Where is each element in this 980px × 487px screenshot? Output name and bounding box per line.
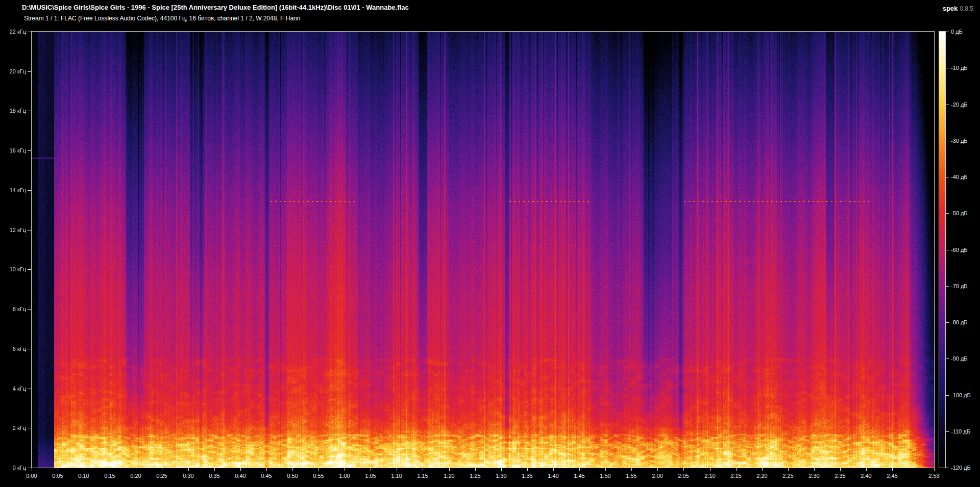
db-tick-label: -20 дБ (951, 101, 968, 108)
time-tick-label: 1:30 (490, 472, 512, 479)
time-tick (501, 468, 502, 471)
freq-tick-label: 0 кГц (0, 464, 26, 471)
spek-window: D:\MUSIC\Spice Girls\Spice Girls - 1996 … (0, 0, 980, 487)
time-tick-label: 2:30 (803, 472, 825, 479)
time-tick-label: 1:25 (464, 472, 486, 479)
time-tick (579, 468, 580, 471)
freq-tick (28, 309, 31, 310)
freq-tick-label: 16 кГц (0, 147, 26, 154)
db-tick (946, 358, 949, 359)
time-tick-label: 2:25 (777, 472, 799, 479)
time-tick (345, 468, 345, 471)
time-tick (710, 468, 710, 471)
freq-tick-label: 18 кГц (0, 107, 26, 114)
time-tick (683, 468, 684, 471)
time-tick-label: 2:20 (751, 472, 773, 479)
app-version: 0.8.5 (960, 5, 973, 12)
time-tick (58, 468, 58, 471)
time-tick (266, 468, 267, 471)
db-tick (946, 395, 949, 396)
db-tick-label: -30 дБ (951, 137, 968, 144)
time-tick (110, 468, 110, 471)
db-tick (946, 141, 949, 141)
time-tick (84, 468, 84, 471)
freq-tick (28, 349, 31, 349)
time-tick-label: 0:20 (125, 472, 147, 479)
time-tick (32, 468, 32, 471)
freq-tick-label: 2 кГц (0, 424, 26, 431)
time-tick (631, 468, 632, 471)
freq-tick (28, 32, 31, 32)
time-tick (762, 468, 763, 471)
freq-tick (28, 71, 31, 72)
db-tick (946, 431, 949, 432)
freq-tick (28, 468, 31, 468)
spectrogram-canvas (32, 32, 934, 468)
freq-tick-label: 4 кГц (0, 385, 26, 392)
time-tick-label: 2:40 (855, 472, 877, 479)
db-colorbar-border (939, 31, 946, 468)
time-tick (934, 468, 935, 471)
time-tick (475, 468, 476, 471)
stream-info: Stream 1 / 1: FLAC (Free Lossless Audio … (24, 15, 300, 22)
time-tick-label: 0:05 (46, 472, 69, 479)
db-tick-label: 0 дБ (951, 28, 963, 35)
time-tick-label: 2:45 (881, 472, 903, 479)
db-tick-label: -60 дБ (951, 246, 968, 253)
time-tick-label: 1:40 (542, 472, 565, 479)
db-tick (946, 250, 949, 250)
time-tick-label: 0:50 (281, 472, 304, 479)
time-tick-label: 2:00 (646, 472, 669, 479)
db-tick (946, 32, 949, 32)
freq-tick (28, 389, 31, 389)
time-tick-label: 0:45 (255, 472, 278, 479)
freq-tick-label: 14 кГц (0, 187, 26, 194)
db-tick (946, 286, 949, 287)
spectrogram-border (31, 31, 935, 468)
time-tick (736, 468, 737, 471)
time-tick-label: 2:35 (829, 472, 851, 479)
time-tick (840, 468, 841, 471)
time-tick (657, 468, 658, 471)
db-tick-label: -110 дБ (951, 428, 970, 435)
time-tick (892, 468, 893, 471)
time-tick (527, 468, 528, 471)
db-tick-label: -80 дБ (951, 319, 968, 326)
time-tick-label: 0:00 (20, 472, 43, 479)
time-tick (814, 468, 815, 471)
time-tick-label: 1:55 (620, 472, 643, 479)
db-tick (946, 105, 949, 105)
time-tick (553, 468, 554, 471)
freq-tick (28, 230, 31, 230)
time-tick-label: 0:35 (203, 472, 226, 479)
freq-tick (28, 190, 31, 191)
time-tick-label: 2:05 (672, 472, 695, 479)
time-tick (292, 468, 293, 471)
time-tick (397, 468, 397, 471)
time-tick-label: 1:00 (333, 472, 356, 479)
db-tick-label: -70 дБ (951, 283, 968, 290)
time-tick-label: 2:10 (699, 472, 721, 479)
time-tick-label: 2:53 (923, 472, 945, 479)
time-tick-label: 0:40 (229, 472, 252, 479)
freq-tick-label: 6 кГц (0, 345, 26, 352)
freq-tick-label: 20 кГц (0, 68, 26, 75)
db-tick (946, 213, 949, 214)
time-tick (240, 468, 241, 471)
db-tick-label: -40 дБ (951, 173, 968, 181)
freq-tick (28, 111, 31, 111)
time-tick-label: 0:30 (177, 472, 200, 479)
db-tick (946, 177, 949, 177)
freq-tick-label: 10 кГц (0, 266, 26, 273)
app-name: spek (943, 5, 958, 12)
time-tick-label: 1:45 (568, 472, 591, 479)
time-tick (788, 468, 789, 471)
time-tick-label: 1:50 (594, 472, 617, 479)
freq-tick-label: 12 кГц (0, 226, 26, 234)
time-tick-label: 1:20 (438, 472, 460, 479)
time-tick (318, 468, 319, 471)
time-tick-label: 1:05 (359, 472, 382, 479)
time-tick (605, 468, 606, 471)
time-tick-label: 1:35 (516, 472, 538, 479)
time-tick-label: 2:15 (725, 472, 747, 479)
